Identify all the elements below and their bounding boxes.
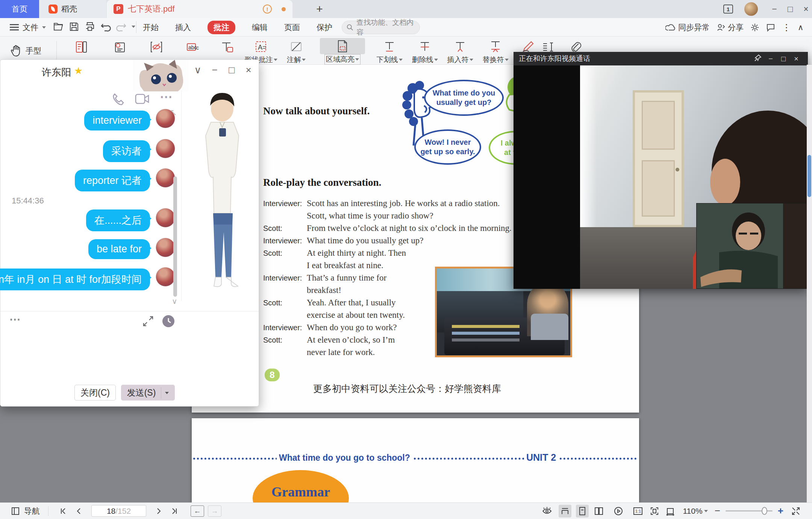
share-button[interactable]: 分享 (717, 22, 744, 33)
navigation-panel-icon[interactable] (9, 505, 22, 517)
tab-document[interactable]: P 七下英语.pdf ! (107, 0, 292, 18)
redo-icon[interactable] (116, 21, 127, 32)
chat-send-button[interactable]: 发送(S) (121, 385, 175, 401)
video-minimize-button[interactable]: − (764, 55, 777, 63)
message-avatar[interactable] (156, 139, 175, 158)
note-tool[interactable]: 注解 (279, 36, 314, 65)
chat-maximize-button[interactable]: □ (225, 64, 238, 76)
document-scrollbar[interactable] (807, 65, 812, 502)
chat-scrollbar-thumb[interactable] (173, 176, 177, 297)
play-slideshow-icon[interactable] (612, 505, 625, 517)
caret-icon (274, 59, 277, 63)
two-page-view-icon[interactable] (592, 505, 605, 517)
message-avatar[interactable] (156, 267, 175, 287)
history-forward-button[interactable]: → (208, 505, 221, 517)
chat-message[interactable]: 在......之后 (86, 209, 150, 231)
strikethrough-tool[interactable]: 删除线 (408, 36, 442, 65)
ribbon-tab-page[interactable]: 页面 (284, 22, 300, 33)
ribbon-tab-insert[interactable]: 插入 (175, 22, 191, 33)
search-input[interactable]: 查找功能、文档内容 (342, 21, 420, 34)
document-warning-icon[interactable]: ! (263, 5, 272, 14)
new-tab-button[interactable]: + (312, 2, 327, 16)
window-close-button[interactable]: × (798, 2, 812, 16)
chat-message[interactable]: in年 in月 on 日 at 时 for加段时间 (0, 269, 150, 290)
svg-text:abc: abc (188, 44, 197, 50)
pin-icon[interactable] (751, 54, 764, 64)
ribbon-tab-edit[interactable]: 编辑 (252, 22, 268, 33)
tab-docer[interactable]: 稻壳 (39, 0, 106, 18)
message-avatar[interactable] (156, 208, 175, 228)
fit-width-icon[interactable] (664, 505, 677, 517)
open-file-icon[interactable] (53, 21, 64, 32)
reading-layout-icon[interactable] (559, 505, 571, 517)
actual-size-icon[interactable]: 1:1 (632, 505, 644, 517)
collapse-ribbon-icon[interactable]: ∧ (798, 23, 803, 32)
area-highlight-tool-selected[interactable]: 区域高亮 (315, 36, 370, 65)
window-maximize-button[interactable]: □ (783, 2, 798, 16)
zoom-slider[interactable] (726, 510, 773, 511)
window-minimize-button[interactable]: − (767, 2, 782, 16)
message-avatar[interactable] (156, 109, 175, 128)
chat-rollup-icon[interactable]: ∨ (191, 64, 204, 76)
local-video-pip[interactable] (696, 203, 807, 289)
ribbon-tab-start[interactable]: 开始 (143, 22, 159, 33)
fit-page-icon[interactable] (648, 505, 661, 517)
page-number-input[interactable]: 18 /152 (91, 505, 146, 517)
chat-message[interactable]: 采访者 (103, 140, 150, 162)
zoom-slider-thumb[interactable] (762, 507, 767, 515)
insert-caret-tool[interactable]: 插入符 (443, 36, 477, 65)
last-page-button[interactable] (168, 505, 181, 517)
scrollbar-thumb[interactable] (807, 155, 811, 197)
ribbon-tab-annotate-active[interactable]: 批注 (208, 21, 235, 34)
history-back-button[interactable]: ← (191, 505, 204, 517)
caret-icon (505, 59, 509, 63)
file-menu[interactable]: 文件 (10, 18, 46, 36)
fullscreen-icon[interactable] (789, 505, 802, 517)
video-call-icon[interactable] (135, 93, 150, 106)
ribbon-tab-protect[interactable]: 保护 (317, 22, 332, 33)
video-call-titlebar[interactable]: 正在和许东阳视频通话 − □ × (514, 52, 808, 65)
message-avatar[interactable] (156, 238, 175, 257)
chat-more-icon[interactable]: ⋯ (160, 89, 173, 104)
zoom-in-button[interactable]: + (778, 505, 783, 517)
more-options-icon[interactable]: ⋮ (782, 22, 791, 33)
quick-access-caret-icon[interactable] (132, 26, 135, 30)
input-more-icon[interactable]: ⋯ (9, 313, 21, 326)
sync-status-button[interactable]: 同步异常 (665, 22, 710, 33)
zoom-out-button[interactable]: − (715, 505, 720, 517)
expand-input-icon[interactable] (142, 316, 154, 328)
chat-minimize-button[interactable]: − (208, 64, 221, 76)
voice-call-icon[interactable] (112, 92, 125, 107)
previous-page-button[interactable] (73, 505, 85, 517)
replace-symbol-tool[interactable]: 替换符 (478, 36, 513, 65)
message-history-icon[interactable] (162, 315, 175, 329)
save-icon[interactable] (68, 21, 80, 32)
print-icon[interactable] (84, 21, 95, 32)
single-page-view-icon[interactable] (576, 505, 589, 517)
chat-close-button[interactable]: × (242, 64, 255, 76)
comments-icon[interactable] (766, 23, 775, 32)
chat-scroll-down-icon[interactable]: ∨ (172, 297, 177, 306)
underline-tool[interactable]: 下划线 (372, 36, 407, 65)
eye-protection-icon[interactable] (541, 505, 553, 517)
chat-message[interactable]: interviewer (84, 111, 150, 131)
send-options-caret-icon[interactable] (165, 392, 169, 396)
chat-close-action-button[interactable]: 关闭(C) (74, 385, 116, 401)
zoom-caret-icon[interactable] (704, 510, 708, 514)
video-maximize-button[interactable]: □ (777, 55, 790, 63)
first-page-button[interactable] (57, 505, 70, 517)
tab-home[interactable]: 首页 (0, 0, 39, 18)
navigation-label[interactable]: 导航 (24, 506, 40, 516)
tab-list-button[interactable]: 1 (723, 5, 733, 14)
chat-message[interactable]: be late for (88, 239, 150, 259)
settings-gear-icon[interactable] (750, 23, 759, 32)
chat-message[interactable]: reporter 记者 (75, 170, 150, 191)
chat-message-input[interactable] (4, 331, 252, 379)
video-close-button[interactable]: × (790, 55, 803, 63)
zoom-level-label[interactable]: 110% (683, 507, 702, 516)
account-avatar[interactable] (744, 2, 758, 16)
message-avatar[interactable] (156, 168, 175, 188)
ribbon-tabs: 开始 插入 批注 编辑 页面 保护 转换 (143, 18, 365, 36)
next-page-button[interactable] (152, 505, 165, 517)
undo-icon[interactable] (100, 21, 111, 32)
